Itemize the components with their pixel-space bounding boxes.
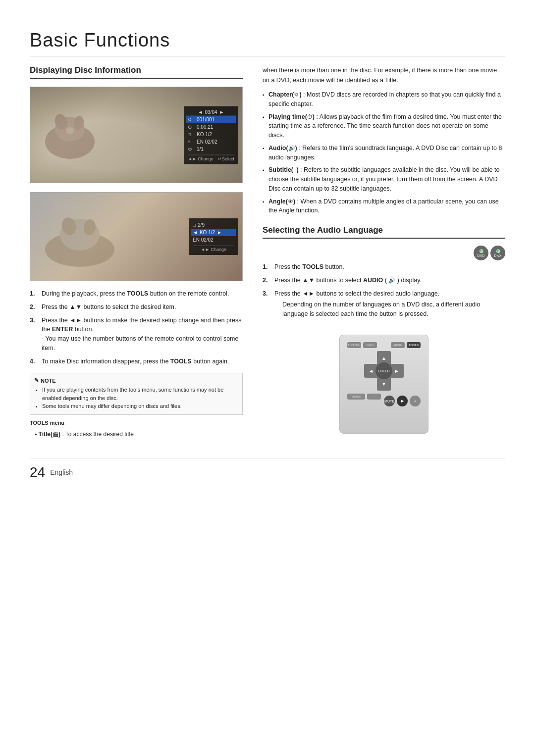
tools-menu-box: TOOLS menu ▪ Title(🎬) : To access the de… xyxy=(30,420,243,439)
nav-right-arrow: ► xyxy=(219,109,224,114)
remote-bottom-row: TUNING- ← MUTE ▶ + xyxy=(347,394,421,406)
subtitle2-value: EN 02/02 xyxy=(193,237,214,243)
angle-close: ) xyxy=(293,198,295,205)
enter-bold: ENTER xyxy=(52,326,73,333)
step-1: 1. During the playback, press the TOOLS … xyxy=(30,289,243,299)
footer-select: ↵Select xyxy=(218,156,234,161)
remote-inner: TUNING+ INFO MENU TOOLS ▲ xyxy=(344,338,424,430)
audio-icon: □ xyxy=(188,131,195,137)
disc-info-title: Displaying Disc Information xyxy=(30,65,243,79)
note-list: If you are playing contents from the too… xyxy=(34,386,238,410)
remote-btn-play: ▶ xyxy=(397,396,408,406)
page-lang: English xyxy=(50,468,73,476)
bullet-chapter: Chapter(⛭) : Most DVD discs are recorded… xyxy=(263,90,505,109)
note-item-2: Some tools menu may differ depending on … xyxy=(42,402,238,410)
remote-dpad: ▲ ▼ ◄ ► ENTER xyxy=(364,351,404,391)
angle-icon-inline: 👁 xyxy=(288,199,293,204)
remote-left-group: TUNING+ INFO xyxy=(347,342,377,348)
audio-icon-inline: 🔊 xyxy=(288,145,295,151)
audio-bold: AUDIO xyxy=(363,277,383,284)
disc-overlay-menu-2: □ 2/9 ◄ KO 1/2 ► EN 02/02 xyxy=(189,218,238,255)
bullet-angle: Angle(👁) : When a DVD contains multiple … xyxy=(263,197,505,216)
playing-time-label: Playing time( xyxy=(268,113,307,120)
page-number: 24 xyxy=(30,464,45,480)
puppy-svg-1 xyxy=(40,102,119,166)
angle2-icon: □ xyxy=(193,222,196,228)
remote-btn-menu: MENU xyxy=(391,342,405,348)
title-value: 001/001 xyxy=(197,116,214,122)
chapter-label: Chapter( xyxy=(268,91,294,98)
angle-label: Angle( xyxy=(268,198,288,205)
audio-step-2: 2. Press the ▲▼ buttons to select AUDIO … xyxy=(263,276,505,285)
tools-menu-label: TOOLS menu xyxy=(30,420,243,427)
page-container: Basic Functions Displaying Disc Informat… xyxy=(0,0,535,756)
audio2-value: KO 1/2 xyxy=(200,230,215,235)
angle-icon: ⚙ xyxy=(188,146,195,151)
angle-value: 1/1 xyxy=(197,146,204,151)
chapter-icon: ⛭ xyxy=(294,92,299,98)
audio-dvd-badge: ⊕ DVD xyxy=(474,246,488,260)
left-column: Displaying Disc Information ⊕ DVD xyxy=(30,65,243,443)
title-icon: ↺ xyxy=(188,116,195,122)
subtitle-icon: ≡ xyxy=(188,139,195,144)
tools-menu-title-item: ▪ Title(🎬) : To access the desired title xyxy=(35,430,243,439)
tools-bold-2: TOOLS xyxy=(170,358,192,365)
svg-point-4 xyxy=(66,127,74,134)
remote-control-illustration: TUNING+ INFO MENU TOOLS ▲ xyxy=(263,330,505,434)
disc-nav-row: ◄ 03/04 ► xyxy=(188,109,234,114)
audio-language-section: Selecting the Audio Language ⊕ DVD ⊕ Div… xyxy=(263,225,505,434)
audio-language-title: Selecting the Audio Language xyxy=(263,225,505,239)
remote-btn-tuning-up: TUNING+ xyxy=(347,342,361,348)
playing-time-icon: ⏱ xyxy=(307,114,313,120)
menu-row2-subtitle: EN 02/02 xyxy=(193,236,234,244)
footer-change: ◄► Change xyxy=(188,156,214,161)
title-paren-close: ) xyxy=(58,431,60,438)
note-item-1: If you are playing contents from the too… xyxy=(42,386,238,402)
audio-steps-list: 1. Press the TOOLS button. 2. Press the … xyxy=(263,262,505,323)
disc-info-section: Displaying Disc Information ⊕ DVD xyxy=(30,65,243,439)
playing-time-close: ) xyxy=(313,113,315,120)
title-label: Title( xyxy=(39,431,53,438)
audio-value: KO 1/2 xyxy=(197,131,212,137)
audio-dvd-badges: ⊕ DVD ⊕ DivX xyxy=(263,246,505,260)
steps-list: 1. During the playback, press the TOOLS … xyxy=(30,289,243,366)
remote-top-row: TUNING+ INFO MENU TOOLS xyxy=(347,342,421,348)
page-footer: 24 English xyxy=(30,458,505,480)
step-3: 3. Press the ◄► buttons to make the desi… xyxy=(30,316,243,353)
step-2: 2. Press the ▲▼ buttons to select the de… xyxy=(30,302,243,312)
menu-row2-angle: □ 2/9 xyxy=(193,221,234,229)
audio2-nav-right: ► xyxy=(217,230,222,235)
remote-btn-mute: MUTE xyxy=(384,396,395,406)
time-icon: ⊙ xyxy=(188,124,195,129)
step-4: 4. To make Disc information disappear, p… xyxy=(30,357,243,366)
page-title: Basic Functions xyxy=(30,30,505,56)
nav-left-arrow: ◄ xyxy=(198,109,203,114)
right-intro-text: when there is more than one in the disc.… xyxy=(263,65,505,85)
audio-icon-step: 🔊 xyxy=(388,277,395,283)
right-column: when there is more than one in the disc.… xyxy=(263,65,505,443)
menu-row-time: ⊙ 0:00:21 xyxy=(188,123,234,130)
time-value: 0:00:21 xyxy=(197,124,213,129)
disc-image-1: ⊕ DVD xyxy=(30,86,243,183)
menu-row2-audio: ◄ KO 1/2 ► xyxy=(191,229,236,236)
audio-divx-badge: ⊕ DivX xyxy=(490,246,505,260)
chapter-close: ) xyxy=(299,91,301,98)
remote-btn-tools: TOOLS xyxy=(407,342,421,348)
content-columns: Displaying Disc Information ⊕ DVD xyxy=(30,65,505,443)
menu-row-angle: ⚙ 1/1 xyxy=(188,145,234,152)
menu-footer-2: ◄► Change xyxy=(193,246,234,252)
bullet-playing-time: Playing time(⏱) : Allows playback of the… xyxy=(263,112,505,140)
audio-step-3: 3. Press the ◄► buttons to select the de… xyxy=(263,289,505,323)
remote-bottom-last-row: MUTE ▶ + xyxy=(384,396,421,406)
disc-features-list: Chapter(⛭) : Most DVD discs are recorded… xyxy=(263,90,505,215)
note-icon: ✎ xyxy=(34,377,39,384)
remote-btn-tuning-down: TUNING- xyxy=(347,394,365,400)
note-title: ✎ NOTE xyxy=(34,377,238,384)
tools-menu-list: ▪ Title(🎬) : To access the desired title xyxy=(30,430,243,439)
bullet-audio: Audio(🔊) : Refers to the film's soundtra… xyxy=(263,144,505,162)
disc-overlay-menu-1: ◄ 03/04 ► ↺ 001/001 ⊙ 0:00:21 xyxy=(184,106,238,164)
bullet-subtitle: Subtitle(≡) : Refers to the subtitle lan… xyxy=(263,165,505,193)
menu-footer-1: ◄► Change ↵Select xyxy=(188,154,234,161)
menu-row-audio: □ KO 1/2 xyxy=(188,130,234,138)
angle2-value: 2/9 xyxy=(198,222,205,228)
